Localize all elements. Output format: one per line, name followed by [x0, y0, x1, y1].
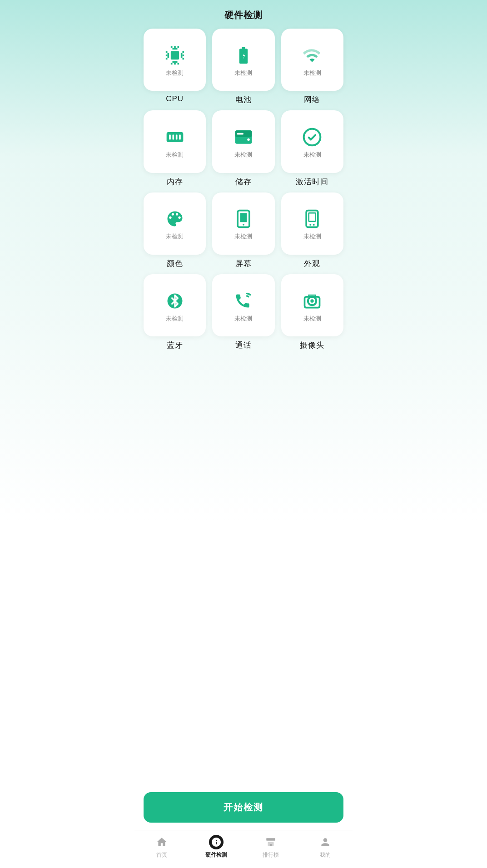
battery-status: 未检测: [234, 69, 252, 77]
grid-row-3: 未检测 颜色 未检测 屏幕: [144, 192, 343, 269]
network-status: 未检测: [303, 69, 321, 77]
grid-item-cpu[interactable]: 未检测 CPU: [144, 29, 206, 105]
svg-rect-23: [270, 844, 272, 846]
color-status: 未检测: [166, 232, 184, 241]
phone-front-icon: [302, 209, 322, 229]
screen-card[interactable]: 未检测: [212, 192, 274, 255]
tab-hardware-label: 硬件检测: [205, 851, 227, 859]
svg-rect-1: [172, 53, 177, 58]
memory-icon: [165, 127, 185, 147]
grid-item-camera[interactable]: 未检测 摄像头: [281, 274, 343, 350]
cpu-card[interactable]: 未检测: [144, 29, 206, 91]
tab-mine[interactable]: 我的: [298, 835, 353, 859]
grid-row-2: 未检测 内存 未检测 储存: [144, 110, 343, 187]
wifi-icon: [302, 45, 322, 65]
camera-status: 未检测: [303, 315, 321, 323]
battery-label: 电池: [235, 94, 252, 105]
grid-row-4: 未检测 蓝牙 未检测 通话: [144, 274, 343, 350]
bluetooth-icon: [165, 291, 185, 311]
grid-item-storage[interactable]: 未检测 储存: [212, 110, 274, 187]
bluetooth-status: 未检测: [166, 315, 184, 323]
hardware-grid: 未检测 CPU 未检测 电池: [134, 29, 353, 783]
tab-home[interactable]: 首页: [134, 835, 189, 859]
svg-rect-5: [175, 134, 177, 139]
bluetooth-card[interactable]: 未检测: [144, 274, 206, 336]
memory-label: 内存: [167, 177, 183, 187]
grid-item-screen[interactable]: 未检测 屏幕: [212, 192, 274, 269]
tab-hardware[interactable]: 硬件检测: [189, 835, 244, 859]
grid-item-activate[interactable]: 未检测 激活时间: [281, 110, 343, 187]
grid-item-bluetooth[interactable]: 未检测 蓝牙: [144, 274, 206, 350]
clock-check-icon: [302, 127, 322, 147]
mine-icon: [318, 835, 333, 849]
memory-status: 未检测: [166, 151, 184, 159]
grid-item-appearance[interactable]: 未检测 外观: [281, 192, 343, 269]
svg-point-14: [243, 224, 244, 226]
storage-card[interactable]: 未检测: [212, 110, 274, 173]
network-label: 网络: [304, 94, 320, 105]
tab-ranking[interactable]: 排行榜: [244, 835, 298, 859]
color-card[interactable]: 未检测: [144, 192, 206, 255]
camera-label: 摄像头: [300, 340, 324, 350]
hardware-detection-icon: [209, 835, 224, 849]
home-icon: [154, 835, 169, 849]
grid-row-1: 未检测 CPU 未检测 电池: [144, 29, 343, 105]
grid-item-color[interactable]: 未检测 颜色: [144, 192, 206, 269]
phone-call-icon: [234, 291, 253, 311]
grid-item-network[interactable]: 未检测 网络: [281, 29, 343, 105]
activate-label: 激活时间: [296, 177, 328, 187]
color-label: 颜色: [167, 258, 183, 269]
battery-icon: [234, 45, 253, 65]
svg-rect-6: [179, 134, 181, 139]
tab-home-label: 首页: [156, 851, 167, 859]
activate-status: 未检测: [303, 151, 321, 159]
storage-label: 储存: [235, 177, 252, 187]
cpu-label: CPU: [166, 94, 184, 104]
appearance-card[interactable]: 未检测: [281, 192, 343, 255]
grid-item-memory[interactable]: 未检测 内存: [144, 110, 206, 187]
activate-card[interactable]: 未检测: [281, 110, 343, 173]
screen-label: 屏幕: [235, 258, 252, 269]
tab-mine-label: 我的: [320, 851, 331, 859]
ranking-icon: [263, 835, 278, 849]
svg-rect-18: [313, 224, 315, 226]
call-label: 通话: [235, 340, 252, 350]
svg-point-9: [247, 138, 250, 141]
tab-ranking-label: 排行榜: [263, 851, 279, 859]
storage-status: 未检测: [234, 151, 252, 159]
svg-point-21: [311, 299, 314, 302]
call-status: 未检测: [234, 315, 252, 323]
svg-rect-3: [169, 134, 171, 139]
call-card[interactable]: 未检测: [212, 274, 274, 336]
cpu-status: 未检测: [166, 69, 184, 77]
bluetooth-label: 蓝牙: [167, 340, 183, 350]
svg-rect-17: [310, 224, 312, 226]
tab-bar: 首页 硬件检测 排行榜 我的: [134, 830, 353, 868]
page-title: 硬件检测: [224, 0, 263, 29]
cpu-icon: [165, 45, 185, 65]
camera-card[interactable]: 未检测: [281, 274, 343, 336]
grid-item-call[interactable]: 未检测 通话: [212, 274, 274, 350]
battery-card[interactable]: 未检测: [212, 29, 274, 91]
memory-card[interactable]: 未检测: [144, 110, 206, 173]
appearance-status: 未检测: [303, 232, 321, 241]
grid-item-battery[interactable]: 未检测 电池: [212, 29, 274, 105]
start-detection-button[interactable]: 开始检测: [144, 792, 343, 823]
storage-icon: [234, 127, 253, 147]
svg-rect-10: [237, 133, 244, 135]
svg-rect-13: [240, 213, 247, 222]
screen-icon: [234, 209, 253, 229]
screen-status: 未检测: [234, 232, 252, 241]
network-card[interactable]: 未检测: [281, 29, 343, 91]
palette-icon: [165, 209, 185, 229]
appearance-label: 外观: [304, 258, 320, 269]
svg-rect-16: [309, 213, 316, 221]
svg-rect-4: [172, 134, 174, 139]
camera-icon: [302, 291, 322, 311]
